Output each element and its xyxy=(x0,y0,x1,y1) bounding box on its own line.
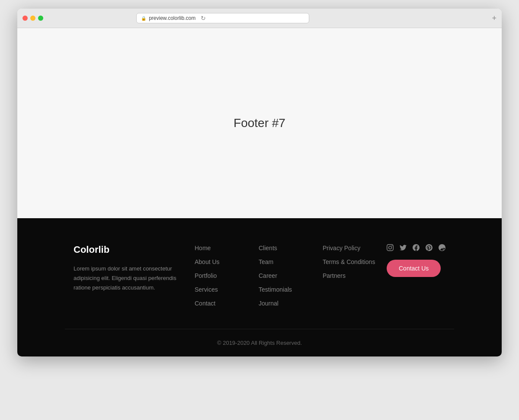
footer-link-privacy[interactable]: Privacy Policy xyxy=(323,245,360,251)
footer-col-4: Contact Us xyxy=(387,244,445,307)
minimize-button[interactable] xyxy=(30,16,35,21)
brand-description: Lorem ipsum dolor sit amet consectetur a… xyxy=(74,264,186,293)
copyright-text: © 2019-2020 All Rights Reserved. xyxy=(26,340,493,346)
list-item: About Us xyxy=(195,258,250,266)
facebook-icon[interactable] xyxy=(413,244,420,251)
list-item: Career xyxy=(259,272,314,280)
footer-links-col2: Clients Team Career Testimonials Journal xyxy=(259,244,314,307)
address-bar[interactable]: 🔒 preview.colorlib.com ↻ xyxy=(136,13,309,23)
brand-name: Colorlib xyxy=(74,244,186,255)
list-item: Journal xyxy=(259,299,314,307)
footer-link-testimonials[interactable]: Testimonials xyxy=(259,286,292,293)
footer-link-clients[interactable]: Clients xyxy=(259,245,277,251)
instagram-icon[interactable] xyxy=(387,244,394,251)
list-item: Partners xyxy=(323,272,378,280)
footer-link-career[interactable]: Career xyxy=(259,272,277,279)
traffic-lights xyxy=(22,16,43,21)
footer: Colorlib Lorem ipsum dolor sit amet cons… xyxy=(17,218,502,356)
footer-link-about[interactable]: About Us xyxy=(195,258,220,265)
footer-link-partners[interactable]: Partners xyxy=(323,272,346,279)
browser-window: 🔒 preview.colorlib.com ↻ + Footer #7 Col… xyxy=(17,9,502,356)
list-item: Terms & Conditions xyxy=(323,258,378,266)
list-item: Services xyxy=(195,286,250,293)
footer-link-contact[interactable]: Contact xyxy=(195,300,215,307)
footer-col-3: Privacy Policy Terms & Conditions Partne… xyxy=(323,244,378,307)
page-content-area: Footer #7 xyxy=(17,28,502,218)
list-item: Portfolio xyxy=(195,272,250,280)
new-tab-button[interactable]: + xyxy=(492,14,497,22)
footer-links-col3: Privacy Policy Terms & Conditions Partne… xyxy=(323,244,378,280)
list-item: Privacy Policy xyxy=(323,244,378,252)
footer-link-home[interactable]: Home xyxy=(195,245,211,251)
pinterest-icon[interactable] xyxy=(426,244,432,251)
dribbble-icon[interactable] xyxy=(439,244,445,251)
list-item: Home xyxy=(195,244,250,252)
list-item: Clients xyxy=(259,244,314,252)
footer-col-1: Home About Us Portfolio Services Contact xyxy=(195,244,250,307)
social-icons xyxy=(387,244,445,251)
footer-link-journal[interactable]: Journal xyxy=(259,300,279,307)
footer-main: Colorlib Lorem ipsum dolor sit amet cons… xyxy=(65,244,454,329)
footer-link-portfolio[interactable]: Portfolio xyxy=(195,272,217,279)
footer-link-services[interactable]: Services xyxy=(195,286,218,293)
lock-icon: 🔒 xyxy=(141,16,146,21)
maximize-button[interactable] xyxy=(38,16,43,21)
twitter-icon[interactable] xyxy=(400,244,407,251)
page-title: Footer #7 xyxy=(234,116,285,130)
contact-us-button[interactable]: Contact Us xyxy=(387,260,441,277)
list-item: Team xyxy=(259,258,314,266)
url-text: preview.colorlib.com xyxy=(149,15,195,21)
footer-links-col1: Home About Us Portfolio Services Contact xyxy=(195,244,250,307)
close-button[interactable] xyxy=(22,16,28,21)
list-item: Testimonials xyxy=(259,286,314,293)
reload-button[interactable]: ↻ xyxy=(201,15,206,22)
footer-brand-col: Colorlib Lorem ipsum dolor sit amet cons… xyxy=(74,244,186,307)
list-item: Contact xyxy=(195,299,250,307)
footer-bottom: © 2019-2020 All Rights Reserved. xyxy=(17,329,502,356)
footer-col-2: Clients Team Career Testimonials Journal xyxy=(259,244,314,307)
footer-link-team[interactable]: Team xyxy=(259,258,273,265)
browser-chrome: 🔒 preview.colorlib.com ↻ + xyxy=(17,9,502,28)
footer-link-terms[interactable]: Terms & Conditions xyxy=(323,258,375,265)
